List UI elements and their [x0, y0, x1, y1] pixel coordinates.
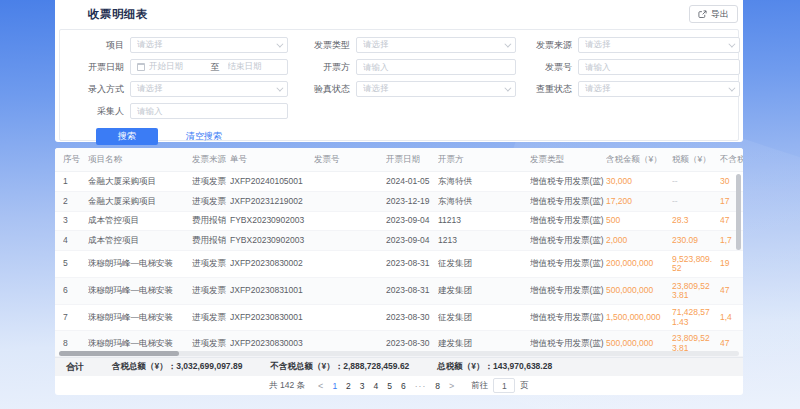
chevron-down-icon	[276, 40, 283, 47]
page-number-3[interactable]: 3	[360, 381, 365, 391]
project-label: 项目	[62, 39, 124, 52]
dup-status-select[interactable]: 请选择	[578, 81, 740, 97]
summary-row: 合计 含税总额（¥）：3,032,699,097.89 不含税总额（¥）：2,8…	[55, 357, 743, 376]
verify-status-label: 验真状态	[292, 83, 350, 96]
collector-label: 采集人	[62, 105, 124, 118]
filter-panel: 项目 请选择 发票类型 请选择 发票来源 请选择 开票日期 开始日期 至	[59, 29, 739, 141]
page-number-8[interactable]: 8	[435, 381, 440, 391]
header-type: 发票类型	[530, 154, 606, 166]
chevron-down-icon	[728, 84, 735, 91]
header-order: 单号	[230, 154, 314, 166]
invoice-source-select[interactable]: 请选择	[578, 37, 740, 53]
invoice-no-label: 发票号	[520, 61, 572, 74]
export-button[interactable]: 导出	[689, 5, 738, 23]
header-excl: 不含税金额（¥）	[720, 154, 743, 166]
header-date: 开票日期	[386, 154, 438, 166]
clear-search-link[interactable]: 清空搜索	[186, 130, 222, 143]
summary-total-tax: 总税额（¥）：143,970,638.28	[437, 361, 552, 373]
entry-method-select[interactable]: 请选择	[130, 81, 288, 97]
page-number-1[interactable]: 1	[332, 381, 337, 391]
header-tax: 税额（¥）	[672, 154, 720, 166]
page-number-6[interactable]: 6	[401, 381, 406, 391]
header-source: 发票来源	[192, 154, 230, 166]
header-issuer: 开票方	[438, 154, 530, 166]
header-name: 项目名称	[88, 154, 192, 166]
export-icon	[698, 10, 707, 19]
export-label: 导出	[711, 8, 729, 21]
header-and-filter-panel: 收票明细表 导出 项目 请选择 发票类型 请选择 发票来源 请选择	[55, 0, 743, 142]
page-title: 收票明细表	[88, 7, 148, 22]
page-jump-input[interactable]	[493, 378, 515, 393]
pagination-total: 共 142 条	[269, 380, 305, 392]
page-number-4[interactable]: 4	[374, 381, 379, 391]
dup-status-label: 查重状态	[520, 83, 572, 96]
collector-input[interactable]	[130, 103, 288, 119]
horizontal-scrollbar-track[interactable]	[59, 351, 739, 356]
chevron-down-icon	[504, 40, 511, 47]
search-button[interactable]: 搜索	[96, 128, 158, 145]
table-row[interactable]: 3 成本管控项目 费用报销 FYBX20230902003 2023-09-04…	[55, 212, 743, 231]
invoice-source-label: 发票来源	[520, 39, 572, 52]
invoice-type-select[interactable]: 请选择	[356, 37, 516, 53]
vertical-scrollbar[interactable]	[736, 174, 741, 250]
pagination: 共 142 条 < 1 2 3 4 5 6 ··· 8 > 前往 页	[55, 376, 743, 395]
table-row[interactable]: 4 成本管控项目 费用报销 FYBX20230902003 2023-09-04…	[55, 231, 743, 251]
project-select[interactable]: 请选择	[130, 37, 288, 53]
issuer-label: 开票方	[292, 61, 350, 74]
invoice-table-panel: 序号 项目名称 发票来源 单号 发票号 开票日期 开票方 发票类型 含税金额（¥…	[55, 148, 743, 395]
header-amount: 含税金额（¥）	[606, 154, 672, 166]
table-row[interactable]: 1 金融大厦采购项目 进项发票 JXFP20240105001 2024-01-…	[55, 172, 743, 192]
date-range-separator: 至	[203, 61, 228, 74]
next-page-button[interactable]: >	[449, 381, 454, 391]
page-number-2[interactable]: 2	[346, 381, 351, 391]
prev-page-button[interactable]: <	[318, 381, 323, 391]
table-row[interactable]: 5 珠穆朗玛峰—电梯安装 进项发票 JXFP20230830002 2023-0…	[55, 251, 743, 278]
chevron-down-icon	[504, 84, 511, 91]
invoice-date-range-picker[interactable]: 开始日期 至 结束日期	[130, 59, 288, 75]
invoice-type-label: 发票类型	[292, 39, 350, 52]
calendar-icon	[137, 63, 145, 71]
issuer-input[interactable]	[356, 59, 516, 75]
summary-excl-tax: 不含税总额（¥）：2,888,728,459.62	[270, 361, 409, 373]
table-row[interactable]: 6 珠穆朗玛峰—电梯安装 进项发票 JXFP20230831001 2023-0…	[55, 278, 743, 305]
table-row[interactable]: 7 珠穆朗玛峰—电梯安装 进项发票 JXFP20230830001 2023-0…	[55, 305, 743, 331]
table-row[interactable]: 2 金融大厦采购项目 进项发票 JXFP20231219002 2023-12-…	[55, 192, 743, 212]
table-header-row: 序号 项目名称 发票来源 单号 发票号 开票日期 开票方 发票类型 含税金额（¥…	[55, 148, 743, 172]
verify-status-select[interactable]: 请选择	[356, 81, 516, 97]
chevron-down-icon	[276, 84, 283, 91]
page-number-5[interactable]: 5	[387, 381, 392, 391]
horizontal-scrollbar-thumb[interactable]	[59, 351, 179, 356]
page-jump: 前往 页	[471, 378, 529, 393]
invoice-no-input[interactable]	[578, 59, 740, 75]
entry-method-label: 录入方式	[62, 83, 124, 96]
pagination-ellipsis[interactable]: ···	[415, 381, 427, 391]
chevron-down-icon	[728, 40, 735, 47]
header-invoice-no: 发票号	[314, 154, 386, 166]
title-bar: 收票明细表 导出	[55, 0, 743, 28]
summary-label: 合计	[66, 361, 84, 374]
invoice-date-label: 开票日期	[62, 61, 124, 74]
header-idx: 序号	[63, 154, 88, 166]
summary-incl-tax: 含税总额（¥）：3,032,699,097.89	[112, 361, 242, 373]
